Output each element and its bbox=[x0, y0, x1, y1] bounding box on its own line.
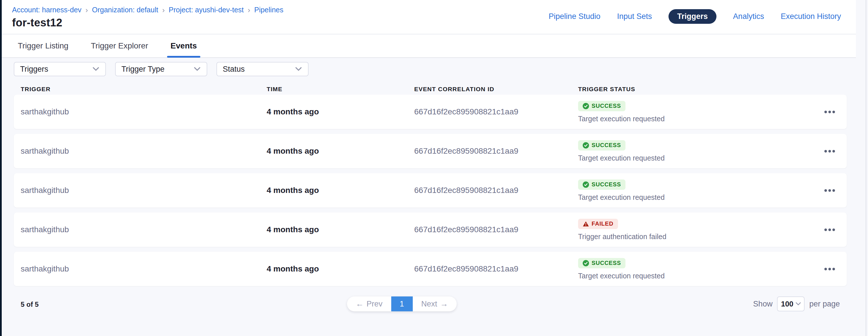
status-message: Trigger authentication failed bbox=[578, 233, 666, 241]
trigger-status-badge: SUCCESS bbox=[578, 179, 625, 190]
chevron-down-icon bbox=[194, 67, 200, 71]
prev-label: Prev bbox=[367, 300, 383, 308]
warning-triangle-icon bbox=[583, 221, 589, 227]
nav-pipeline-studio[interactable]: Pipeline Studio bbox=[549, 12, 600, 21]
status-message: Target execution requested bbox=[578, 272, 665, 280]
filters-row: Triggers Trigger Type Status bbox=[14, 62, 868, 76]
page-size-control: Show 100 per page bbox=[753, 296, 840, 311]
results-count: 5 of 5 bbox=[21, 300, 39, 308]
filter-label: Trigger Type bbox=[121, 65, 164, 74]
dot bbox=[825, 189, 827, 192]
arrow-left-icon: ← bbox=[355, 300, 364, 308]
dot bbox=[828, 111, 831, 113]
show-label: Show bbox=[753, 300, 773, 308]
trigger-name[interactable]: sarthakgithub bbox=[21, 186, 267, 195]
pagination: ← Prev 1 Next → bbox=[347, 296, 457, 311]
collapsed-sidenav-edge bbox=[0, 0, 2, 336]
trigger-name[interactable]: sarthakgithub bbox=[21, 225, 267, 234]
chevron-down-icon bbox=[93, 67, 99, 71]
event-time: 4 months ago bbox=[267, 186, 414, 195]
breadcrumb-separator: › bbox=[86, 6, 88, 14]
table-row[interactable]: sarthakgithub 4 months ago 667d16f2ec895… bbox=[14, 134, 847, 168]
table-body: sarthakgithub 4 months ago 667d16f2ec895… bbox=[14, 95, 847, 286]
status-label: SUCCESS bbox=[592, 103, 621, 109]
per-page-label: per page bbox=[809, 300, 840, 308]
table-row[interactable]: sarthakgithub 4 months ago 667d16f2ec895… bbox=[14, 252, 847, 286]
nav-execution-history[interactable]: Execution History bbox=[781, 12, 841, 21]
event-time: 4 months ago bbox=[267, 264, 414, 273]
trigger-status-badge: FAILED bbox=[578, 219, 618, 229]
next-label: Next bbox=[422, 300, 437, 308]
column-header-time: Time bbox=[267, 86, 414, 93]
dot bbox=[825, 150, 827, 153]
tab-label: Trigger Explorer bbox=[91, 41, 148, 51]
status-label: SUCCESS bbox=[592, 142, 621, 148]
row-menu-button[interactable] bbox=[822, 147, 838, 156]
tab-label: Trigger Listing bbox=[18, 41, 68, 51]
row-menu-button[interactable] bbox=[822, 226, 838, 234]
event-correlation-id: 667d16f2ec895908821c1aa9 bbox=[414, 146, 578, 156]
table-header-row: Trigger Time Event Correlation Id Trigge… bbox=[14, 84, 847, 95]
nav-analytics[interactable]: Analytics bbox=[733, 12, 764, 21]
dot bbox=[832, 111, 835, 113]
dot bbox=[828, 268, 831, 270]
events-content: Triggers Trigger Type Status Trigge bbox=[2, 58, 868, 312]
trigger-status-badge: SUCCESS bbox=[578, 101, 625, 111]
status-label: FAILED bbox=[592, 221, 613, 227]
breadcrumb-separator: › bbox=[162, 6, 165, 14]
table-row[interactable]: sarthakgithub 4 months ago 667d16f2ec895… bbox=[14, 173, 847, 208]
column-header-trigger: Trigger bbox=[21, 86, 267, 93]
active-tab-underline bbox=[167, 56, 200, 58]
status-label: SUCCESS bbox=[592, 181, 621, 188]
dot bbox=[825, 229, 827, 231]
trigger-name[interactable]: sarthakgithub bbox=[21, 264, 267, 273]
trigger-name[interactable]: sarthakgithub bbox=[21, 146, 267, 156]
next-page-button[interactable]: Next → bbox=[413, 296, 457, 311]
status-message: Target execution requested bbox=[578, 154, 665, 162]
breadcrumb-project-link[interactable]: Project: ayushi-dev-test bbox=[169, 6, 244, 14]
nav-triggers[interactable]: Triggers bbox=[669, 9, 716, 24]
filter-label: Triggers bbox=[20, 65, 48, 74]
row-menu-button[interactable] bbox=[822, 265, 838, 273]
dot bbox=[828, 229, 831, 231]
status-label: SUCCESS bbox=[592, 260, 621, 266]
dot bbox=[832, 189, 835, 192]
page-header: Account: harness-dev › Organization: def… bbox=[2, 0, 856, 34]
table-row[interactable]: sarthakgithub 4 months ago 667d16f2ec895… bbox=[14, 95, 847, 129]
nav-input-sets[interactable]: Input Sets bbox=[617, 12, 652, 21]
table-row[interactable]: sarthakgithub 4 months ago 667d16f2ec895… bbox=[14, 212, 847, 247]
dot bbox=[832, 268, 835, 270]
trigger-status-cell: SUCCESS Target execution requested bbox=[578, 140, 812, 162]
page-size-dropdown[interactable]: 100 bbox=[777, 296, 805, 311]
trigger-status-cell: SUCCESS Target execution requested bbox=[578, 258, 812, 280]
tab-trigger-explorer[interactable]: Trigger Explorer bbox=[91, 34, 148, 58]
row-menu-button[interactable] bbox=[822, 186, 838, 195]
tab-trigger-listing[interactable]: Trigger Listing bbox=[18, 34, 68, 58]
row-menu-button[interactable] bbox=[822, 108, 838, 116]
check-circle-icon bbox=[583, 181, 589, 188]
dot bbox=[825, 268, 827, 270]
breadcrumb-account-link[interactable]: Account: harness-dev bbox=[12, 6, 82, 14]
trigger-name[interactable]: sarthakgithub bbox=[21, 107, 267, 116]
tab-bar: Trigger Listing Trigger Explorer Events bbox=[2, 34, 856, 58]
breadcrumb-pipelines-link[interactable]: Pipelines bbox=[254, 6, 283, 14]
trigger-status-cell: SUCCESS Target execution requested bbox=[578, 101, 812, 123]
chevron-down-icon bbox=[296, 67, 302, 71]
trigger-type-filter-dropdown[interactable]: Trigger Type bbox=[115, 62, 207, 76]
table-footer: 5 of 5 ← Prev 1 Next → Show 100 bbox=[14, 296, 847, 312]
tab-events[interactable]: Events bbox=[170, 34, 197, 58]
triggers-filter-dropdown[interactable]: Triggers bbox=[14, 62, 106, 76]
current-page-button[interactable]: 1 bbox=[391, 296, 413, 311]
status-filter-dropdown[interactable]: Status bbox=[216, 62, 309, 76]
pipeline-nav: Pipeline Studio Input Sets Triggers Anal… bbox=[549, 9, 841, 24]
status-message: Target execution requested bbox=[578, 115, 665, 123]
scrollbar-rail[interactable] bbox=[866, 0, 866, 336]
breadcrumb-organization-link[interactable]: Organization: default bbox=[92, 6, 158, 14]
prev-page-button[interactable]: ← Prev bbox=[347, 296, 391, 311]
check-circle-icon bbox=[583, 142, 589, 148]
chevron-down-icon bbox=[796, 302, 801, 306]
event-time: 4 months ago bbox=[267, 146, 414, 156]
event-time: 4 months ago bbox=[267, 107, 414, 116]
trigger-status-cell: SUCCESS Target execution requested bbox=[578, 179, 812, 202]
event-correlation-id: 667d16f2ec895908821c1aa9 bbox=[414, 225, 578, 234]
